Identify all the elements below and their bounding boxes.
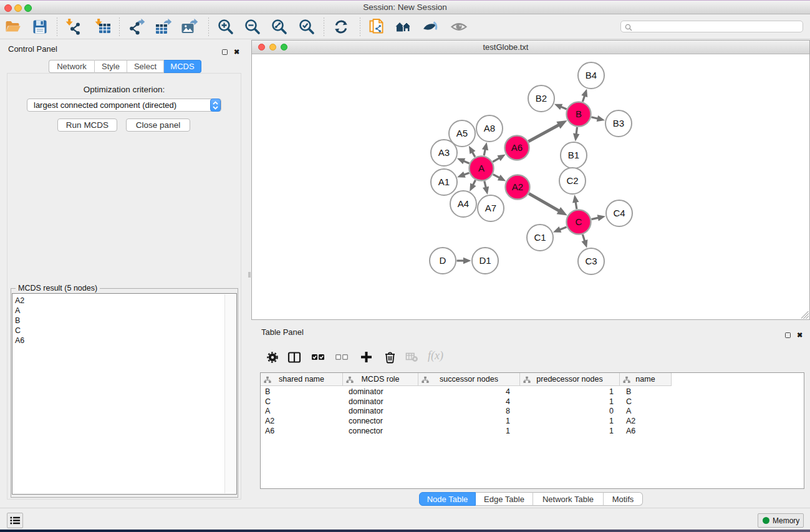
table-cell[interactable]: 1 (520, 397, 620, 407)
tab-node-table[interactable]: Node Table (419, 492, 476, 506)
table-cell[interactable]: dominator (343, 387, 418, 397)
table-cell[interactable]: C (261, 397, 343, 407)
table-row[interactable]: A2connector11A2 (261, 417, 804, 427)
table-cell[interactable]: 4 (418, 387, 520, 397)
tab-select[interactable]: Select (127, 60, 164, 73)
birdseye-icon[interactable] (450, 18, 468, 36)
control-panel-tabs: NetworkStyleSelectMCDS (49, 60, 201, 73)
refresh-icon[interactable] (332, 18, 350, 36)
window-resize-grip[interactable] (801, 311, 809, 319)
tab-mcds[interactable]: MCDS (164, 60, 201, 73)
table-cell[interactable]: A2 (261, 417, 343, 427)
panel-divider-grip[interactable] (248, 272, 251, 278)
table-cell[interactable]: A (620, 407, 672, 417)
task-history-button[interactable] (7, 513, 23, 528)
table-row[interactable]: A6connector11A6 (261, 427, 804, 437)
column-header-successor-nodes[interactable]: successor nodes (418, 373, 520, 386)
save-session-icon[interactable] (31, 18, 49, 36)
graph-edge-arrow (553, 226, 562, 233)
table-cell[interactable]: 8 (418, 407, 520, 417)
deselect-all-icon[interactable] (335, 351, 349, 364)
network-minimize-button[interactable] (269, 44, 276, 51)
first-neighbors-icon[interactable] (395, 18, 412, 36)
export-network-icon[interactable] (127, 18, 145, 36)
new-network-icon[interactable] (368, 18, 385, 36)
import-table-icon[interactable] (94, 18, 112, 36)
table-cell[interactable]: dominator (343, 407, 418, 417)
mcds-result-item[interactable]: A (12, 306, 236, 316)
mcds-result-item[interactable]: A2 (12, 296, 236, 306)
table-cell[interactable]: connector (343, 417, 418, 427)
open-file-icon[interactable] (4, 18, 22, 36)
mcds-result-item[interactable]: C (12, 326, 236, 336)
import-network-icon[interactable] (64, 18, 82, 36)
tab-style[interactable]: Style (95, 60, 127, 73)
mcds-list-scrollbar[interactable] (224, 294, 236, 493)
table-row[interactable]: Bdominator41B (261, 387, 804, 397)
column-header-name[interactable]: name (620, 373, 672, 386)
table-cell[interactable]: dominator (343, 397, 418, 407)
table-panel-float-icon[interactable] (785, 329, 791, 341)
table-settings-icon[interactable] (266, 351, 279, 364)
table-row[interactable]: Cdominator41C (261, 397, 804, 407)
column-header-MCDS-role[interactable]: MCDS role (343, 373, 418, 386)
network-close-button[interactable] (258, 44, 265, 51)
mcds-result-item[interactable]: A6 (12, 336, 236, 346)
hide-graphics-icon[interactable] (422, 18, 439, 36)
zoom-fit-icon[interactable] (271, 18, 288, 36)
table-cell[interactable]: 1 (520, 387, 620, 397)
mcds-result-item[interactable]: B (12, 316, 236, 326)
table-cell[interactable]: A6 (261, 427, 343, 437)
table-cell[interactable]: A6 (620, 427, 672, 437)
table-cell[interactable]: 1 (520, 427, 620, 437)
network-zoom-button[interactable] (281, 44, 287, 51)
memory-button[interactable]: Memory (758, 513, 804, 528)
zoom-in-icon[interactable] (217, 18, 234, 36)
table-row[interactable]: Adominator80A (261, 407, 804, 417)
table-panel-close-icon[interactable]: ✖ (797, 329, 803, 340)
table-cell[interactable]: A2 (620, 417, 672, 427)
table-cell[interactable]: 1 (520, 417, 620, 427)
control-panel-close-icon[interactable]: ✖ (234, 46, 239, 57)
graph-node-label-C2: C2 (566, 175, 578, 186)
column-header-label: predecessor nodes (536, 375, 602, 384)
run-mcds-button[interactable]: Run MCDS (57, 118, 117, 132)
tab-network[interactable]: Network (49, 60, 95, 73)
add-column-icon[interactable] (360, 351, 374, 364)
mcds-result-title: MCDS result (5 nodes) (16, 284, 100, 293)
table-cell[interactable]: B (261, 387, 343, 397)
table-cell[interactable]: 4 (418, 397, 520, 407)
function-builder-icon[interactable]: f(x) (428, 349, 443, 362)
column-header-predecessor-nodes[interactable]: predecessor nodes (520, 373, 620, 386)
control-panel-float-icon[interactable] (222, 46, 228, 57)
show-columns-icon[interactable] (287, 351, 301, 364)
select-all-icon[interactable] (311, 351, 325, 364)
table-cell[interactable]: connector (343, 427, 418, 437)
table-cell[interactable]: C (620, 397, 672, 407)
tab-network-table[interactable]: Network Table (533, 492, 604, 506)
column-header-shared-name[interactable]: shared name (261, 373, 343, 386)
delete-table-icon[interactable] (405, 351, 419, 364)
delete-column-icon[interactable] (383, 351, 397, 364)
network-graph-canvas[interactable]: B4B2BB3A5A8A6A3B1AA1C2A2A4A7CC4C1C3DD1 (252, 54, 809, 319)
graph-node-label-A4: A4 (458, 198, 469, 209)
search-input[interactable] (620, 21, 803, 32)
zoom-selected-icon[interactable] (298, 18, 316, 36)
graph-edge-A2-C[interactable] (529, 193, 559, 211)
graph-edge-A6-B[interactable] (528, 125, 559, 142)
graph-node-label-B3: B3 (613, 118, 624, 128)
node-table: shared nameMCDS rolesuccessor nodesprede… (260, 372, 804, 489)
export-table-icon[interactable] (154, 18, 171, 36)
tab-motifs[interactable]: Motifs (604, 492, 643, 506)
close-panel-button[interactable]: Close panel (126, 118, 190, 132)
table-cell[interactable]: 1 (418, 417, 520, 427)
criterion-dropdown[interactable]: largest connected component (directed) (27, 99, 221, 112)
zoom-out-icon[interactable] (244, 18, 261, 36)
tab-edge-table[interactable]: Edge Table (476, 492, 533, 506)
table-cell[interactable]: B (620, 387, 672, 397)
export-image-icon[interactable] (180, 18, 198, 36)
table-cell[interactable]: 0 (520, 407, 620, 417)
table-cell[interactable]: 1 (418, 427, 520, 437)
graph-edge-A-A6[interactable] (493, 158, 500, 162)
table-cell[interactable]: A (261, 407, 343, 417)
